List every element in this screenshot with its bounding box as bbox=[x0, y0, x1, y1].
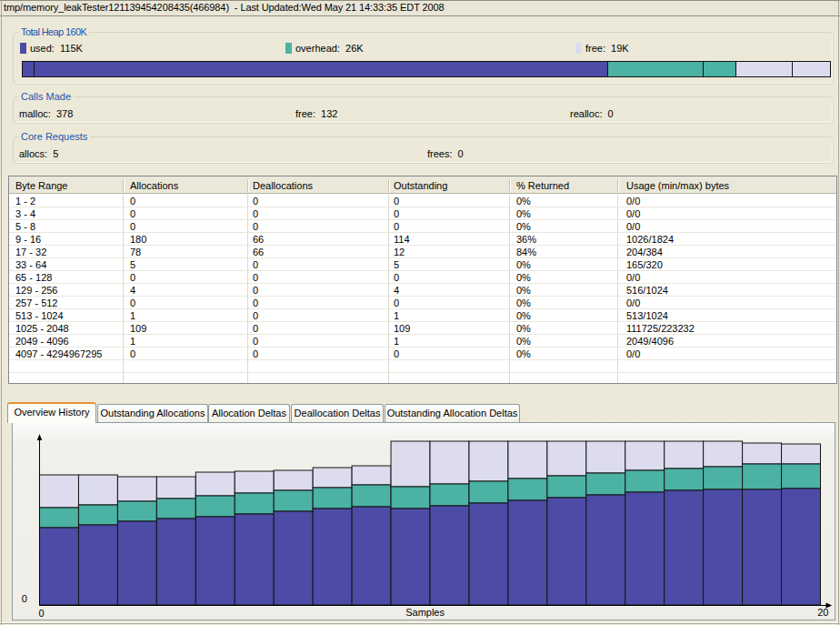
svg-text:0: 0 bbox=[39, 608, 45, 619]
svg-text:Samples: Samples bbox=[405, 607, 445, 618]
svg-text:0: 0 bbox=[22, 593, 27, 604]
svg-text:20: 20 bbox=[817, 607, 828, 618]
